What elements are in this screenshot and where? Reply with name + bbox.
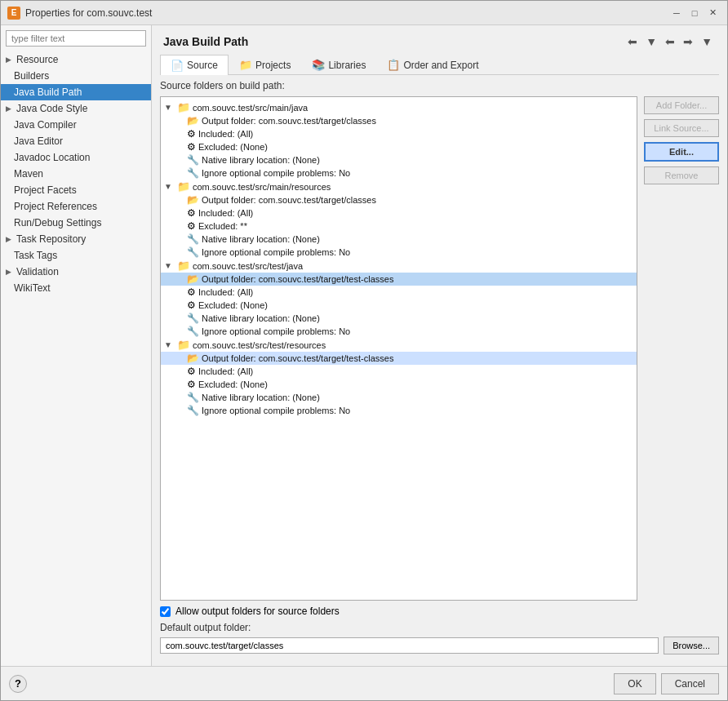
tree-child-ignore1[interactable]: 🔧 Ignore optional compile problems: No <box>161 166 637 180</box>
tree-child-output1[interactable]: 📂 Output folder: com.souvc.test/target/c… <box>161 114 637 127</box>
sidebar-item-builders[interactable]: Builders <box>1 68 151 84</box>
menu-button[interactable]: ▼ <box>698 33 716 50</box>
sidebar-item-project-references[interactable]: Project References <box>1 198 151 215</box>
sidebar-item-javadoc-location[interactable]: Javadoc Location <box>1 149 151 166</box>
sidebar-item-project-facets[interactable]: Project Facets <box>1 182 151 198</box>
node-label: Included: (All) <box>198 366 253 376</box>
tree-node-src-test-resources[interactable]: ▼ 📁 com.souvc.test/src/test/resources <box>161 338 637 352</box>
tab-libraries-label: Libraries <box>328 60 366 71</box>
sidebar-item-label: Java Code Style <box>16 103 87 114</box>
add-folder-button[interactable]: Add Folder... <box>644 96 719 114</box>
tab-source-label: Source <box>187 60 218 71</box>
remove-button[interactable]: Remove <box>644 166 719 184</box>
tree-child-excluded4[interactable]: ⚙ Excluded: (None) <box>161 378 637 391</box>
forward-button[interactable]: ➡ <box>680 33 696 50</box>
cancel-button[interactable]: Cancel <box>661 673 719 694</box>
tree-child-included3[interactable]: ⚙ Included: (All) <box>161 286 637 299</box>
ignore-icon: 🔧 <box>187 167 199 179</box>
tree-child-output3[interactable]: 📂 Output folder: com.souvc.test/target/t… <box>161 273 637 286</box>
expand-icon <box>174 288 187 297</box>
expand-icon <box>174 367 187 376</box>
expand-icon <box>174 209 187 218</box>
folder-icon: 📁 <box>177 101 190 113</box>
tree-child-included2[interactable]: ⚙ Included: (All) <box>161 206 637 220</box>
expand-icon <box>174 222 187 231</box>
maximize-button[interactable]: □ <box>686 5 703 21</box>
sidebar-item-resource[interactable]: ▶ Resource <box>1 51 151 68</box>
expand-icon: ▼ <box>164 340 177 349</box>
expand-icon: ▼ <box>164 103 177 112</box>
tree-node-src-main-java[interactable]: ▼ 📁 com.souvc.test/src/main/java <box>161 100 637 114</box>
output-folder-icon: 📂 <box>187 194 199 206</box>
tree-child-ignore4[interactable]: 🔧 Ignore optional compile problems: No <box>161 404 637 417</box>
sidebar-item-run-debug[interactable]: Run/Debug Settings <box>1 215 151 231</box>
help-button[interactable]: ? <box>9 675 27 693</box>
tree-child-native1[interactable]: 🔧 Native library location: (None) <box>161 153 637 166</box>
tab-projects[interactable]: 📁 Projects <box>229 55 301 74</box>
default-output-input[interactable] <box>160 637 659 654</box>
tree-node-src-main-resources[interactable]: ▼ 📁 com.souvc.test/src/main/resources <box>161 180 637 193</box>
tree-child-included4[interactable]: ⚙ Included: (All) <box>161 365 637 378</box>
title-bar-controls: ─ □ ✕ <box>668 5 721 21</box>
filter-input[interactable] <box>6 30 146 47</box>
minimize-button[interactable]: ─ <box>668 5 685 21</box>
tree-child-native4[interactable]: 🔧 Native library location: (None) <box>161 391 637 404</box>
ignore-icon: 🔧 <box>187 326 199 337</box>
tab-order-export[interactable]: 📋 Order and Export <box>376 55 489 74</box>
tree-child-ignore2[interactable]: 🔧 Ignore optional compile problems: No <box>161 246 637 259</box>
tree-child-excluded2[interactable]: ⚙ Excluded: ** <box>161 220 637 233</box>
sidebar-item-label: Resource <box>16 54 58 65</box>
sidebar-item-task-tags[interactable]: Task Tags <box>1 247 151 264</box>
node-label: Ignore optional compile problems: No <box>202 326 350 336</box>
ok-button[interactable]: OK <box>614 673 655 694</box>
tree-child-excluded1[interactable]: ⚙ Excluded: (None) <box>161 140 637 153</box>
filter-icon: ⚙ <box>187 366 196 377</box>
tree-child-native2[interactable]: 🔧 Native library location: (None) <box>161 233 637 246</box>
back-button[interactable]: ⬅ <box>624 33 641 50</box>
edit-button[interactable]: Edit... <box>644 142 719 162</box>
expand-icon <box>174 380 187 389</box>
tree-node-src-test-java[interactable]: ▼ 📁 com.souvc.test/src/test/java <box>161 259 637 273</box>
link-source-button[interactable]: Link Source... <box>644 119 719 137</box>
tab-libraries[interactable]: 📚 Libraries <box>301 55 376 74</box>
node-label: Ignore optional compile problems: No <box>202 168 350 178</box>
sidebar-item-label: Task Tags <box>14 250 57 261</box>
expand-icon <box>174 275 187 284</box>
source-tree[interactable]: ▼ 📁 com.souvc.test/src/main/java 📂 Outpu… <box>160 96 637 601</box>
sidebar-item-wikitext[interactable]: WikiText <box>1 280 151 296</box>
panel-header: Java Build Path ⬅ ▼ ⬅ ➡ ▼ <box>152 25 727 55</box>
browse-button[interactable]: Browse... <box>664 637 719 654</box>
sidebar-item-label: Javadoc Location <box>14 152 90 163</box>
sidebar-item-label: Java Build Path <box>14 87 82 98</box>
tab-source[interactable]: 📄 Source <box>160 55 229 75</box>
sidebar-item-java-editor[interactable]: Java Editor <box>1 133 151 149</box>
sidebar-item-validation[interactable]: ▶ Validation <box>1 264 151 280</box>
tab-projects-label: Projects <box>255 60 291 71</box>
allow-output-checkbox[interactable] <box>160 606 171 617</box>
sidebar-item-java-build-path[interactable]: Java Build Path <box>1 84 151 100</box>
tree-child-ignore3[interactable]: 🔧 Ignore optional compile problems: No <box>161 325 637 338</box>
panel-toolbar: ⬅ ▼ ⬅ ➡ ▼ <box>624 33 716 50</box>
order-export-tab-icon: 📋 <box>387 59 400 71</box>
sidebar-item-label: Run/Debug Settings <box>14 217 101 228</box>
native-icon: 🔧 <box>187 154 199 166</box>
tree-child-output2[interactable]: 📂 Output folder: com.souvc.test/target/c… <box>161 193 637 206</box>
sidebar-item-task-repository[interactable]: ▶ Task Repository <box>1 231 151 247</box>
tree-child-native3[interactable]: 🔧 Native library location: (None) <box>161 312 637 325</box>
footer-left: ? <box>9 675 27 693</box>
sidebar-item-java-compiler[interactable]: Java Compiler <box>1 117 151 133</box>
filter-icon: ⚙ <box>187 299 196 311</box>
projects-tab-icon: 📁 <box>239 59 252 71</box>
sidebar-item-java-code-style[interactable]: ▶ Java Code Style <box>1 100 151 117</box>
forward-back-button[interactable]: ⬅ <box>662 33 678 50</box>
panel-body: 📄 Source 📁 Projects 📚 Libraries 📋 Order … <box>152 55 727 666</box>
node-label: Ignore optional compile problems: No <box>202 406 350 415</box>
tree-child-included1[interactable]: ⚙ Included: (All) <box>161 127 637 140</box>
tree-child-excluded3[interactable]: ⚙ Excluded: (None) <box>161 299 637 312</box>
node-label: Excluded: (None) <box>198 379 268 389</box>
node-label: com.souvc.test/src/test/resources <box>193 340 326 350</box>
sidebar-item-maven[interactable]: Maven <box>1 166 151 182</box>
dropdown-button[interactable]: ▼ <box>642 33 660 50</box>
close-button[interactable]: ✕ <box>704 5 721 21</box>
tree-child-output4[interactable]: 📂 Output folder: com.souvc.test/target/t… <box>161 352 637 365</box>
